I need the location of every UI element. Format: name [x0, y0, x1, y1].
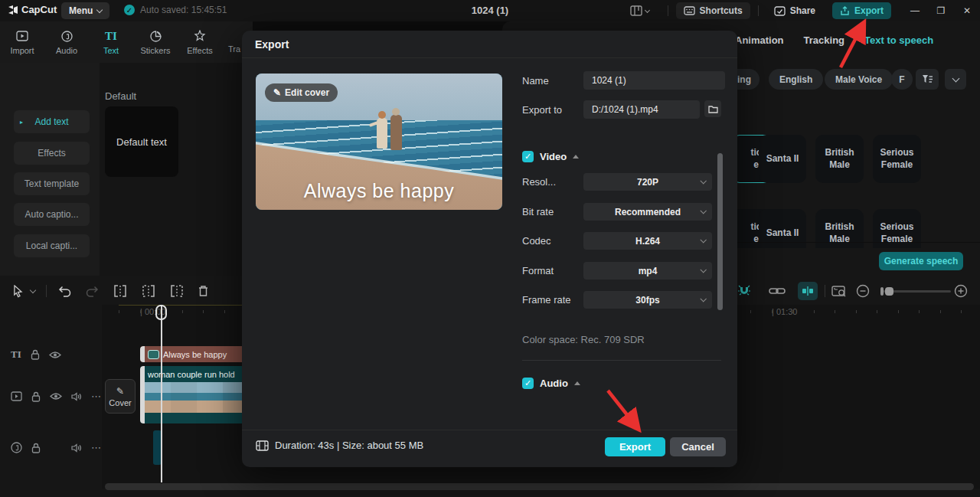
shortcuts-button[interactable]: Shortcuts [676, 2, 750, 19]
video-clip[interactable]: woman couple run hold [140, 366, 245, 423]
browse-folder-button[interactable] [704, 100, 721, 117]
filter-button[interactable] [916, 69, 939, 90]
undo-button[interactable] [58, 283, 71, 299]
tab-transitions-partial[interactable]: Tra [228, 44, 240, 54]
video-clip-label: woman couple run hold [140, 366, 245, 382]
layout-switcher[interactable] [630, 5, 649, 16]
timeline-scrollbar[interactable] [105, 483, 974, 490]
export-button-top[interactable]: Export [832, 2, 891, 19]
select-tool-dropdown[interactable] [31, 283, 35, 299]
logo-text: CapCut [21, 4, 57, 15]
slider-handle[interactable] [885, 287, 893, 296]
delete-button[interactable] [198, 283, 209, 299]
section-title: Default [105, 90, 136, 102]
bitrate-dropdown[interactable]: Recommended [583, 203, 712, 221]
video-track-icon [11, 391, 22, 401]
video-thumbnails [145, 382, 245, 413]
chevron-down-icon [30, 286, 36, 293]
resolution-dropdown[interactable]: 720P [583, 173, 712, 191]
chevron-down-icon [645, 7, 650, 12]
tab-label: Audio [56, 46, 77, 55]
speaker-icon[interactable] [71, 392, 82, 401]
export-confirm-button[interactable]: Export [605, 437, 665, 456]
sidebar-item-local-captions[interactable]: Local capti... [14, 234, 90, 257]
clip-trim-handle[interactable] [140, 346, 145, 362]
voice-card-british-male[interactable]: British Male [815, 135, 864, 183]
minimize-button[interactable]: — [902, 5, 928, 16]
preview-zoom-button[interactable] [831, 283, 848, 299]
export-path-input[interactable]: D:/1024 (1).mp4 [583, 100, 700, 119]
collapse-filters-button[interactable] [945, 69, 966, 90]
chip-label: Male Voice [835, 74, 882, 85]
zoom-in-button[interactable] [954, 283, 968, 299]
maximize-button[interactable]: ❐ [928, 5, 954, 16]
voice-label: e [753, 234, 759, 246]
magnet-toggle[interactable] [737, 283, 752, 299]
chip-partial-right[interactable]: F [891, 69, 913, 90]
chip-label: English [779, 74, 812, 85]
share-button[interactable]: Share [766, 2, 823, 19]
chip-male-voice[interactable]: Male Voice [825, 69, 893, 90]
chip-english[interactable]: English [769, 69, 823, 90]
export-dialog: Export Always be happy ✎ Edit cover Name… [242, 31, 737, 467]
video-checkbox[interactable]: ✓ [522, 151, 534, 162]
link-toggle[interactable] [769, 283, 786, 299]
text-clip[interactable]: Always be happy [140, 346, 245, 362]
playhead-line[interactable] [161, 305, 162, 482]
collapse-caret-icon[interactable] [574, 381, 580, 385]
menu-button[interactable]: Menu [61, 2, 109, 19]
film-icon [256, 440, 269, 451]
eye-icon[interactable] [49, 351, 61, 359]
timeline-zoom-slider[interactable] [880, 283, 951, 299]
eye-icon[interactable] [50, 392, 62, 401]
voice-card-serious-female[interactable]: Serious Female [873, 135, 921, 183]
speaker-icon[interactable] [71, 443, 82, 453]
snap-toggle[interactable] [798, 282, 818, 300]
tab-audio[interactable]: Audio [44, 21, 89, 63]
audio-section-header[interactable]: ✓ Audio [522, 378, 580, 389]
zoom-out-button[interactable] [856, 283, 870, 299]
tab-animation[interactable]: Animation [735, 34, 784, 46]
tab-stickers[interactable]: Stickers [133, 21, 178, 63]
cancel-button[interactable]: Cancel [670, 437, 726, 456]
delete-right-button[interactable] [170, 283, 184, 299]
lock-icon[interactable] [31, 349, 40, 360]
close-button[interactable]: ✕ [954, 5, 980, 16]
lock-icon[interactable] [31, 443, 41, 453]
voice-card-santa[interactable]: Santa II [759, 135, 806, 183]
generate-speech-button[interactable]: Generate speech [879, 252, 963, 270]
dialog-scrollbar[interactable] [717, 153, 723, 310]
sidebar-item-text-template[interactable]: Text template [14, 172, 90, 195]
ruler-label-mid: | 01:30 [772, 307, 797, 316]
delete-left-icon [142, 285, 155, 297]
tab-text[interactable]: TI Text [89, 21, 133, 63]
more-options-icon[interactable]: ⋯ [91, 442, 102, 453]
sidebar-item-effects[interactable]: Effects [14, 142, 90, 165]
video-section-header[interactable]: ✓ Video [522, 151, 579, 162]
split-button[interactable] [113, 283, 127, 299]
sidebar-item-auto-captions[interactable]: Auto captio... [14, 203, 90, 226]
name-input[interactable]: 1024 (1) [583, 71, 725, 90]
codec-dropdown[interactable]: H.264 [583, 232, 712, 250]
collapse-caret-icon[interactable] [573, 155, 579, 159]
tab-effects[interactable]: Effects [178, 21, 222, 63]
tab-text-to-speech[interactable]: Text to speech [864, 34, 933, 46]
text-clip-label: Always be happy [163, 350, 227, 359]
framerate-dropdown[interactable]: 30fps [583, 291, 712, 309]
document-title: 1024 (1) [429, 5, 551, 16]
lock-icon[interactable] [31, 391, 41, 402]
select-tool-button[interactable] [12, 283, 24, 299]
tab-tracking[interactable]: Tracking [804, 34, 844, 46]
tab-import[interactable]: Import [0, 21, 44, 63]
sidebar-item-add-text[interactable]: ▸ Add text [14, 110, 90, 133]
cover-button[interactable]: ✎ Cover [105, 379, 136, 414]
redo-button[interactable] [86, 283, 99, 299]
edit-cover-button[interactable]: ✎ Edit cover [265, 83, 338, 102]
playhead-handle[interactable] [155, 305, 167, 320]
audio-checkbox[interactable]: ✓ [522, 378, 534, 389]
more-options-icon[interactable]: ⋯ [91, 391, 102, 402]
delete-left-button[interactable] [142, 283, 155, 299]
format-dropdown[interactable]: mp4 [583, 262, 712, 280]
default-text-card[interactable]: Default text [105, 106, 178, 177]
zoom-in-icon [954, 284, 968, 298]
